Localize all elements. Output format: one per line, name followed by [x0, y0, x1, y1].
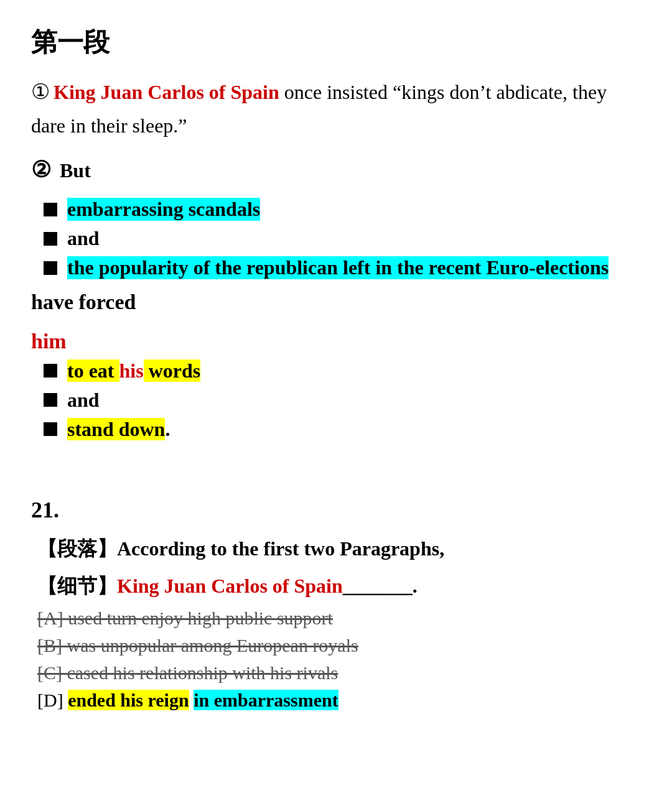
bullet-icon-1	[44, 203, 57, 216]
option-b: [B] was unpopular among European royals	[37, 635, 641, 656]
blank-text: _______.	[343, 575, 418, 597]
bracket-para: 【段落】According to the first two Paragraph…	[37, 535, 641, 563]
bracket-detail: 【细节】King Juan Carlos of Spain_______.	[37, 573, 641, 600]
king-name-question: King Juan Carlos of Spain	[117, 575, 343, 597]
stand-down-yellow: stand down	[67, 418, 165, 440]
option-a: [A] used turn enjoy high public support	[37, 608, 641, 629]
period: .	[165, 418, 170, 440]
bullet-icon-3	[44, 261, 57, 275]
paragraph-1: ①King Juan Carlos of Spain once insisted…	[31, 75, 641, 142]
paragraph-2-heading: ② But	[31, 152, 641, 188]
bullet-icon-6	[44, 422, 57, 436]
bullet-icon-5	[44, 393, 57, 407]
bullet-text-3: the popularity of the republican left in…	[67, 256, 609, 279]
words-yellow: words	[144, 359, 201, 382]
to-eat-yellow: to eat	[67, 359, 119, 382]
bracket-para-text: According to the first two Paragraphs,	[117, 537, 444, 560]
option-c: [C] cased his relationship with his riva…	[37, 662, 641, 684]
king-name-1: King Juan Carlos of Spain	[54, 81, 279, 103]
have-forced-text: have forced	[31, 290, 136, 313]
bullet-icon-4	[44, 364, 57, 378]
him-text: him	[31, 330, 641, 353]
bullet-text-1: embarrassing scandals	[67, 198, 260, 221]
option-d-cyan: in embarrassment	[194, 690, 338, 710]
bracket-para-label: 【段落】	[37, 537, 117, 560]
his-red: his	[119, 359, 144, 382]
bracket-detail-label: 【细节】	[37, 575, 117, 597]
bullet-line-1: embarrassing scandals	[44, 198, 641, 221]
option-d-prefix: [D]	[37, 690, 68, 710]
option-d: [D] ended his reign in embarrassment	[37, 690, 641, 711]
circle-num-1: ①	[31, 80, 50, 103]
bullet-icon-2	[44, 232, 57, 246]
have-forced-line: have forced	[31, 285, 641, 319]
bullet-text-5: and	[67, 389, 100, 412]
bullet-line-6: stand down.	[44, 418, 641, 441]
bullet-line-2: and	[44, 227, 641, 250]
option-d-yellow: ended his reign	[68, 690, 189, 710]
but-text: But	[60, 159, 91, 182]
bullet-line-5: and	[44, 389, 641, 412]
section-title: 第一段	[31, 25, 641, 60]
circle-num-2: ②	[31, 157, 51, 182]
bullet-line-4: to eat his words	[44, 359, 641, 382]
bullet-text-6: stand down.	[67, 418, 170, 441]
bullet-line-3: the popularity of the republican left in…	[44, 256, 641, 279]
question-number: 21.	[31, 497, 641, 523]
bullet-text-4: to eat his words	[67, 359, 200, 382]
bullet-text-2: and	[67, 227, 100, 250]
